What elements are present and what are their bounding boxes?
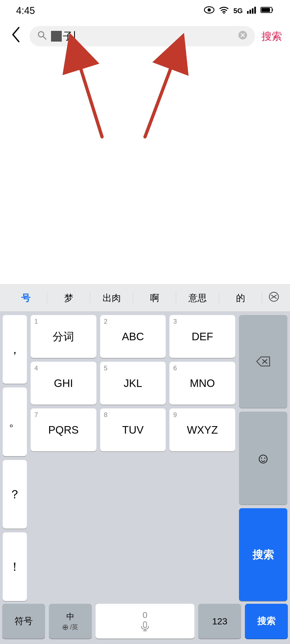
- search-row: 子 搜索: [0, 21, 290, 51]
- signal-icon: [247, 6, 256, 16]
- key-label-pqrs: PQRS: [48, 424, 79, 436]
- key-zhong-label: 中: [66, 611, 74, 622]
- svg-rect-22: [143, 622, 147, 628]
- key-label-abc: ABC: [122, 331, 144, 343]
- kb-main-grid: 1 分词 2 ABC 3 DEF 4 GHI 5: [31, 315, 235, 601]
- key-num-1: 1: [34, 318, 38, 325]
- censored-char: [51, 31, 62, 42]
- svg-rect-4: [249, 10, 251, 14]
- svg-rect-3: [247, 11, 249, 14]
- key-num-6: 6: [173, 364, 177, 372]
- key-mno[interactable]: 6 MNO: [169, 362, 235, 405]
- svg-rect-5: [252, 8, 253, 14]
- key-num-5: 5: [104, 364, 107, 372]
- pred-item-0[interactable]: 号: [4, 289, 47, 307]
- svg-rect-6: [254, 7, 256, 14]
- key-label-tuv: TUV: [122, 424, 144, 436]
- search-confirm-button[interactable]: 搜索: [262, 30, 282, 43]
- kb-row-1: 1 分词 2 ABC 3 DEF: [31, 315, 235, 358]
- key-label-fenci: 分词: [53, 329, 74, 344]
- key-label-ghi: GHI: [54, 377, 73, 389]
- key-abc[interactable]: 2 ABC: [100, 315, 166, 358]
- key-search-bottom-label: 搜索: [257, 615, 276, 627]
- status-icons: 5G: [204, 6, 274, 16]
- pred-item-2[interactable]: 出肉: [90, 289, 133, 307]
- pred-item-4[interactable]: 意思: [176, 289, 219, 307]
- key-search-right[interactable]: 搜索: [239, 508, 287, 601]
- key-123-label: 123: [212, 616, 227, 627]
- key-tuv[interactable]: 8 TUV: [100, 408, 166, 451]
- search-input-text[interactable]: 子: [51, 30, 234, 43]
- key-period[interactable]: 。: [3, 387, 27, 456]
- kb-left-column: ， 。 ？ ！: [3, 315, 27, 601]
- key-zhong-sublabel: /英: [62, 623, 78, 631]
- key-pqrs[interactable]: 7 PQRS: [31, 408, 96, 451]
- pred-item-3[interactable]: 啊: [133, 289, 176, 307]
- key-wxyz[interactable]: 9 WXYZ: [169, 408, 235, 451]
- kb-bottom-row: 符号 中 /英 0: [0, 604, 290, 644]
- status-time: 4:45: [16, 5, 35, 16]
- network-badge: 5G: [233, 7, 243, 15]
- pred-item-1[interactable]: 梦: [47, 289, 90, 307]
- key-zhong[interactable]: 中 /英: [49, 604, 92, 639]
- key-def[interactable]: 3 DEF: [169, 315, 235, 358]
- key-num-3: 3: [173, 318, 177, 325]
- svg-point-1: [208, 8, 211, 12]
- search-icon: [37, 30, 47, 42]
- pred-delete-button[interactable]: [262, 292, 286, 304]
- kb-row-3: 7 PQRS 8 TUV 9 WXYZ: [31, 408, 235, 451]
- search-input-wrap[interactable]: 子: [30, 26, 255, 46]
- kb-right-column: ☺ 搜索: [239, 315, 287, 601]
- key-jkl[interactable]: 5 JKL: [100, 362, 166, 405]
- key-num-4: 4: [34, 364, 38, 372]
- eye-icon: [204, 6, 215, 16]
- wifi-icon: [219, 6, 229, 16]
- key-fenci[interactable]: 1 分词: [31, 315, 96, 358]
- keyboard: ， 。 ？ ！ 1 分词 2 ABC 3 DEF: [0, 311, 290, 644]
- key-label-mno: MNO: [190, 377, 215, 389]
- key-num-8: 8: [104, 411, 107, 419]
- svg-line-10: [43, 36, 46, 39]
- search-char: 子: [63, 30, 73, 43]
- clear-button[interactable]: [238, 30, 248, 42]
- key-num-2: 2: [104, 318, 107, 325]
- key-num-9: 9: [173, 411, 177, 419]
- back-button[interactable]: [8, 27, 23, 46]
- key-space[interactable]: 0: [96, 604, 195, 639]
- status-bar: 4:45 5G: [0, 0, 290, 21]
- prediction-bar: 号 梦 出肉 啊 意思 的: [0, 284, 290, 311]
- key-emoji[interactable]: ☺: [239, 412, 287, 504]
- key-label-wxyz: WXYZ: [187, 424, 218, 436]
- key-space-num: 0: [143, 610, 147, 620]
- key-num-7: 7: [34, 411, 38, 419]
- key-label-jkl: JKL: [124, 377, 142, 389]
- text-cursor: [74, 31, 75, 41]
- svg-point-2: [223, 12, 225, 14]
- key-fuhao[interactable]: 符号: [2, 604, 45, 639]
- key-exclaim[interactable]: ！: [3, 532, 27, 601]
- key-label-def: DEF: [192, 331, 213, 343]
- pred-item-5[interactable]: 的: [219, 289, 262, 307]
- key-delete[interactable]: [239, 315, 287, 408]
- key-space-mic: [140, 621, 150, 632]
- key-123[interactable]: 123: [198, 604, 241, 639]
- kb-row-2: 4 GHI 5 JKL 6 MNO: [31, 362, 235, 405]
- key-question[interactable]: ？: [3, 460, 27, 529]
- key-fuhao-label: 符号: [15, 615, 33, 627]
- key-comma[interactable]: ，: [3, 315, 27, 384]
- battery-icon: [260, 6, 274, 15]
- key-search-bottom[interactable]: 搜索: [245, 604, 288, 639]
- svg-rect-8: [262, 8, 270, 12]
- key-ghi[interactable]: 4 GHI: [31, 362, 96, 405]
